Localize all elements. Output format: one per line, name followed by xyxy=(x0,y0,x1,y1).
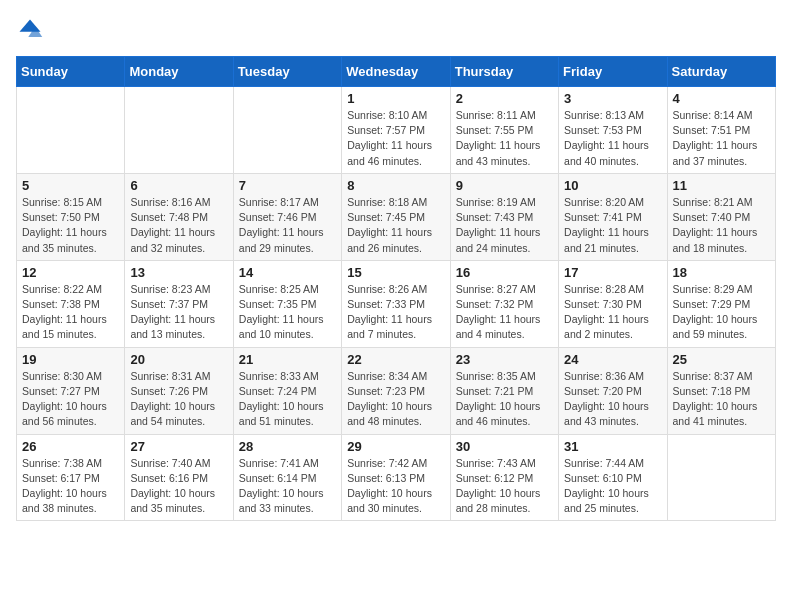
calendar-day-cell: 13Sunrise: 8:23 AMSunset: 7:37 PMDayligh… xyxy=(125,260,233,347)
day-number: 15 xyxy=(347,265,444,280)
calendar-body: 1Sunrise: 8:10 AMSunset: 7:57 PMDaylight… xyxy=(17,87,776,521)
page-header xyxy=(16,16,776,44)
calendar-day-cell: 18Sunrise: 8:29 AMSunset: 7:29 PMDayligh… xyxy=(667,260,775,347)
calendar-day-cell: 17Sunrise: 8:28 AMSunset: 7:30 PMDayligh… xyxy=(559,260,667,347)
day-number: 14 xyxy=(239,265,336,280)
calendar-day-cell: 24Sunrise: 8:36 AMSunset: 7:20 PMDayligh… xyxy=(559,347,667,434)
day-number: 11 xyxy=(673,178,770,193)
day-number: 29 xyxy=(347,439,444,454)
calendar-day-cell: 1Sunrise: 8:10 AMSunset: 7:57 PMDaylight… xyxy=(342,87,450,174)
weekday-header-tuesday: Tuesday xyxy=(233,57,341,87)
calendar-day-cell xyxy=(233,87,341,174)
calendar-day-cell: 3Sunrise: 8:13 AMSunset: 7:53 PMDaylight… xyxy=(559,87,667,174)
calendar-day-cell: 26Sunrise: 7:38 AMSunset: 6:17 PMDayligh… xyxy=(17,434,125,521)
day-number: 26 xyxy=(22,439,119,454)
day-number: 27 xyxy=(130,439,227,454)
day-number: 10 xyxy=(564,178,661,193)
day-info: Sunrise: 8:18 AMSunset: 7:45 PMDaylight:… xyxy=(347,195,444,256)
calendar-day-cell: 12Sunrise: 8:22 AMSunset: 7:38 PMDayligh… xyxy=(17,260,125,347)
weekday-header-wednesday: Wednesday xyxy=(342,57,450,87)
weekday-header-sunday: Sunday xyxy=(17,57,125,87)
day-info: Sunrise: 7:43 AMSunset: 6:12 PMDaylight:… xyxy=(456,456,553,517)
day-info: Sunrise: 8:23 AMSunset: 7:37 PMDaylight:… xyxy=(130,282,227,343)
calendar-day-cell: 29Sunrise: 7:42 AMSunset: 6:13 PMDayligh… xyxy=(342,434,450,521)
day-number: 12 xyxy=(22,265,119,280)
day-info: Sunrise: 8:34 AMSunset: 7:23 PMDaylight:… xyxy=(347,369,444,430)
calendar-header: SundayMondayTuesdayWednesdayThursdayFrid… xyxy=(17,57,776,87)
calendar-day-cell: 7Sunrise: 8:17 AMSunset: 7:46 PMDaylight… xyxy=(233,173,341,260)
day-number: 22 xyxy=(347,352,444,367)
calendar-day-cell: 31Sunrise: 7:44 AMSunset: 6:10 PMDayligh… xyxy=(559,434,667,521)
calendar-day-cell: 21Sunrise: 8:33 AMSunset: 7:24 PMDayligh… xyxy=(233,347,341,434)
calendar-day-cell: 19Sunrise: 8:30 AMSunset: 7:27 PMDayligh… xyxy=(17,347,125,434)
day-info: Sunrise: 7:41 AMSunset: 6:14 PMDaylight:… xyxy=(239,456,336,517)
day-number: 19 xyxy=(22,352,119,367)
day-info: Sunrise: 8:33 AMSunset: 7:24 PMDaylight:… xyxy=(239,369,336,430)
weekday-header-friday: Friday xyxy=(559,57,667,87)
weekday-header-monday: Monday xyxy=(125,57,233,87)
day-number: 13 xyxy=(130,265,227,280)
day-info: Sunrise: 8:22 AMSunset: 7:38 PMDaylight:… xyxy=(22,282,119,343)
day-number: 20 xyxy=(130,352,227,367)
weekday-header-thursday: Thursday xyxy=(450,57,558,87)
calendar-week-row: 19Sunrise: 8:30 AMSunset: 7:27 PMDayligh… xyxy=(17,347,776,434)
calendar-day-cell: 11Sunrise: 8:21 AMSunset: 7:40 PMDayligh… xyxy=(667,173,775,260)
day-info: Sunrise: 8:17 AMSunset: 7:46 PMDaylight:… xyxy=(239,195,336,256)
day-info: Sunrise: 7:38 AMSunset: 6:17 PMDaylight:… xyxy=(22,456,119,517)
day-info: Sunrise: 8:13 AMSunset: 7:53 PMDaylight:… xyxy=(564,108,661,169)
calendar-day-cell: 4Sunrise: 8:14 AMSunset: 7:51 PMDaylight… xyxy=(667,87,775,174)
day-number: 8 xyxy=(347,178,444,193)
day-number: 2 xyxy=(456,91,553,106)
day-number: 9 xyxy=(456,178,553,193)
day-info: Sunrise: 8:16 AMSunset: 7:48 PMDaylight:… xyxy=(130,195,227,256)
day-info: Sunrise: 8:11 AMSunset: 7:55 PMDaylight:… xyxy=(456,108,553,169)
calendar-day-cell: 25Sunrise: 8:37 AMSunset: 7:18 PMDayligh… xyxy=(667,347,775,434)
day-info: Sunrise: 8:20 AMSunset: 7:41 PMDaylight:… xyxy=(564,195,661,256)
day-info: Sunrise: 8:26 AMSunset: 7:33 PMDaylight:… xyxy=(347,282,444,343)
day-info: Sunrise: 7:42 AMSunset: 6:13 PMDaylight:… xyxy=(347,456,444,517)
day-number: 4 xyxy=(673,91,770,106)
day-number: 5 xyxy=(22,178,119,193)
day-info: Sunrise: 8:14 AMSunset: 7:51 PMDaylight:… xyxy=(673,108,770,169)
day-number: 7 xyxy=(239,178,336,193)
day-info: Sunrise: 8:10 AMSunset: 7:57 PMDaylight:… xyxy=(347,108,444,169)
calendar-week-row: 1Sunrise: 8:10 AMSunset: 7:57 PMDaylight… xyxy=(17,87,776,174)
calendar-day-cell: 20Sunrise: 8:31 AMSunset: 7:26 PMDayligh… xyxy=(125,347,233,434)
day-number: 24 xyxy=(564,352,661,367)
day-info: Sunrise: 8:35 AMSunset: 7:21 PMDaylight:… xyxy=(456,369,553,430)
calendar-table: SundayMondayTuesdayWednesdayThursdayFrid… xyxy=(16,56,776,521)
day-number: 3 xyxy=(564,91,661,106)
day-number: 6 xyxy=(130,178,227,193)
day-info: Sunrise: 8:28 AMSunset: 7:30 PMDaylight:… xyxy=(564,282,661,343)
day-info: Sunrise: 7:44 AMSunset: 6:10 PMDaylight:… xyxy=(564,456,661,517)
calendar-day-cell: 14Sunrise: 8:25 AMSunset: 7:35 PMDayligh… xyxy=(233,260,341,347)
day-info: Sunrise: 7:40 AMSunset: 6:16 PMDaylight:… xyxy=(130,456,227,517)
logo xyxy=(16,16,48,44)
calendar-day-cell: 5Sunrise: 8:15 AMSunset: 7:50 PMDaylight… xyxy=(17,173,125,260)
calendar-day-cell xyxy=(667,434,775,521)
day-info: Sunrise: 8:36 AMSunset: 7:20 PMDaylight:… xyxy=(564,369,661,430)
calendar-day-cell: 30Sunrise: 7:43 AMSunset: 6:12 PMDayligh… xyxy=(450,434,558,521)
day-number: 28 xyxy=(239,439,336,454)
calendar-day-cell: 28Sunrise: 7:41 AMSunset: 6:14 PMDayligh… xyxy=(233,434,341,521)
day-info: Sunrise: 8:30 AMSunset: 7:27 PMDaylight:… xyxy=(22,369,119,430)
day-info: Sunrise: 8:37 AMSunset: 7:18 PMDaylight:… xyxy=(673,369,770,430)
calendar-day-cell: 2Sunrise: 8:11 AMSunset: 7:55 PMDaylight… xyxy=(450,87,558,174)
calendar-day-cell: 8Sunrise: 8:18 AMSunset: 7:45 PMDaylight… xyxy=(342,173,450,260)
calendar-day-cell xyxy=(17,87,125,174)
day-number: 25 xyxy=(673,352,770,367)
day-info: Sunrise: 8:25 AMSunset: 7:35 PMDaylight:… xyxy=(239,282,336,343)
day-number: 16 xyxy=(456,265,553,280)
day-info: Sunrise: 8:21 AMSunset: 7:40 PMDaylight:… xyxy=(673,195,770,256)
day-info: Sunrise: 8:15 AMSunset: 7:50 PMDaylight:… xyxy=(22,195,119,256)
day-number: 23 xyxy=(456,352,553,367)
calendar-day-cell: 22Sunrise: 8:34 AMSunset: 7:23 PMDayligh… xyxy=(342,347,450,434)
day-info: Sunrise: 8:27 AMSunset: 7:32 PMDaylight:… xyxy=(456,282,553,343)
calendar-day-cell: 15Sunrise: 8:26 AMSunset: 7:33 PMDayligh… xyxy=(342,260,450,347)
calendar-day-cell: 6Sunrise: 8:16 AMSunset: 7:48 PMDaylight… xyxy=(125,173,233,260)
day-number: 31 xyxy=(564,439,661,454)
calendar-day-cell xyxy=(125,87,233,174)
calendar-week-row: 5Sunrise: 8:15 AMSunset: 7:50 PMDaylight… xyxy=(17,173,776,260)
day-number: 1 xyxy=(347,91,444,106)
day-info: Sunrise: 8:29 AMSunset: 7:29 PMDaylight:… xyxy=(673,282,770,343)
